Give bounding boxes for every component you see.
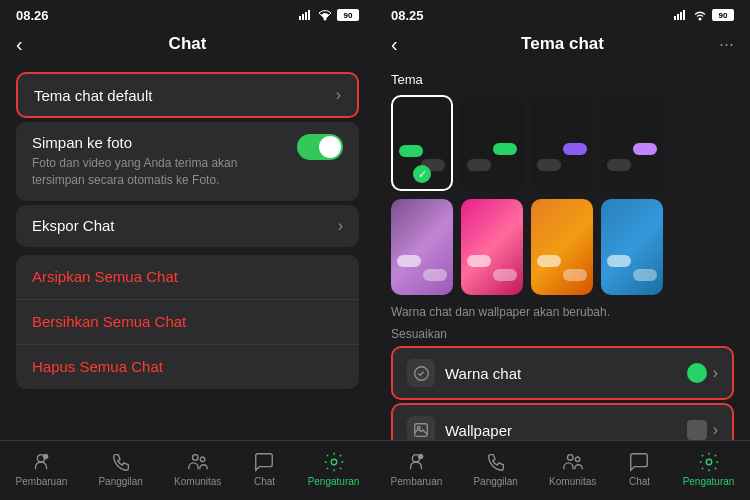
- warna-chat-item[interactable]: Warna chat ›: [391, 346, 734, 400]
- svg-point-4: [324, 18, 327, 21]
- bersihkan-label: Bersihkan Semua Chat: [32, 313, 186, 330]
- right-bottom-nav: Pembaruan Panggilan Komunitas: [375, 440, 750, 500]
- svg-point-19: [567, 455, 573, 461]
- right-nav-chat[interactable]: Chat: [627, 450, 651, 487]
- right-battery: 90: [712, 9, 734, 21]
- svg-point-9: [331, 459, 337, 465]
- tema-chat-default-chevron: ›: [336, 86, 341, 104]
- warna-chat-left: Warna chat: [407, 359, 521, 387]
- wp-blue[interactable]: [601, 199, 663, 295]
- right-updates-icon: [404, 450, 428, 474]
- right-nav-pembaruan[interactable]: Pembaruan: [391, 450, 443, 487]
- wallpaper-chevron: ›: [713, 421, 718, 439]
- wallpaper-left: Wallpaper: [407, 416, 512, 440]
- left-nav-komunitas[interactable]: Komunitas: [174, 450, 221, 487]
- svg-rect-12: [680, 12, 682, 20]
- left-nav-panggilan-label: Panggilan: [98, 476, 142, 487]
- danger-section: Arsipkan Semua Chat Bersihkan Semua Chat…: [16, 255, 359, 389]
- left-page-title: Chat: [169, 34, 207, 54]
- theme-purple[interactable]: [531, 95, 593, 191]
- warna-chat-color-dot: [687, 363, 707, 383]
- theme-grid-row1: ✓: [375, 91, 750, 199]
- signal-icon: [299, 10, 313, 20]
- svg-point-20: [575, 457, 580, 462]
- tema-chat-default-item[interactable]: Tema chat default ›: [16, 72, 359, 118]
- theme-yellow[interactable]: [601, 95, 663, 191]
- arsipkan-label: Arsipkan Semua Chat: [32, 268, 178, 285]
- left-content: Tema chat default › Simpan ke foto Foto …: [0, 60, 375, 440]
- right-nav-chat-label: Chat: [629, 476, 650, 487]
- customize-label: Sesuaikan: [375, 323, 750, 343]
- bersihkan-item[interactable]: Bersihkan Semua Chat: [16, 300, 359, 345]
- right-content: Tema ✓: [375, 60, 750, 440]
- hapus-item[interactable]: Hapus Semua Chat: [16, 345, 359, 389]
- wallpaper-icon: [407, 416, 435, 440]
- theme-default[interactable]: ✓: [391, 95, 453, 191]
- left-nav-chat-label: Chat: [254, 476, 275, 487]
- right-nav-komunitas-label: Komunitas: [549, 476, 596, 487]
- right-phone-screen: 08.25 90 ‹ Tema chat ··· Tema: [375, 0, 750, 500]
- right-nav-pengaturan[interactable]: Pengaturan: [683, 450, 735, 487]
- left-status-icons: 90: [299, 9, 359, 21]
- right-status-icons: 90: [674, 9, 734, 21]
- svg-rect-11: [677, 14, 679, 20]
- right-community-icon: [561, 450, 585, 474]
- more-button[interactable]: ···: [719, 34, 734, 55]
- left-nav-pengaturan[interactable]: Pengaturan: [308, 450, 360, 487]
- svg-point-7: [192, 455, 198, 461]
- svg-rect-2: [305, 12, 307, 20]
- tema-label: Tema: [375, 68, 750, 91]
- svg-rect-13: [683, 10, 685, 20]
- right-page-title: Tema chat: [521, 34, 604, 54]
- info-text: Warna chat dan wallpaper akan berubah.: [375, 303, 750, 323]
- simpan-foto-row: Simpan ke foto Foto dan video yang Anda …: [16, 122, 359, 201]
- right-signal-icon: [674, 10, 688, 20]
- settings-icon: [322, 450, 346, 474]
- theme-green[interactable]: [461, 95, 523, 191]
- wp-purple[interactable]: [391, 199, 453, 295]
- theme-default-check: ✓: [413, 165, 431, 183]
- right-back-button[interactable]: ‹: [391, 33, 398, 56]
- wifi-icon: [317, 9, 333, 21]
- svg-point-21: [706, 459, 712, 465]
- left-bottom-nav: Pembaruan Panggilan Komunitas: [0, 440, 375, 500]
- left-nav-panggilan[interactable]: Panggilan: [98, 450, 142, 487]
- right-nav-header: ‹ Tema chat ···: [375, 28, 750, 60]
- simpan-foto-text: Simpan ke foto Foto dan video yang Anda …: [32, 134, 289, 189]
- svg-point-6: [43, 454, 49, 460]
- svg-rect-3: [308, 10, 310, 20]
- arsipkan-item[interactable]: Arsipkan Semua Chat: [16, 255, 359, 300]
- left-status-bar: 08.26 90: [0, 0, 375, 28]
- svg-rect-1: [302, 14, 304, 20]
- right-nav-pembaruan-label: Pembaruan: [391, 476, 443, 487]
- wp-pink[interactable]: [461, 199, 523, 295]
- svg-point-18: [418, 454, 424, 460]
- svg-rect-10: [674, 16, 676, 20]
- wp-orange[interactable]: [531, 199, 593, 295]
- simpan-foto-desc: Foto dan video yang Anda terima akan ter…: [32, 155, 289, 189]
- warna-chat-chevron: ›: [713, 364, 718, 382]
- right-nav-panggilan[interactable]: Panggilan: [473, 450, 517, 487]
- wallpaper-item[interactable]: Wallpaper ›: [391, 403, 734, 440]
- community-icon: [186, 450, 210, 474]
- right-nav-komunitas[interactable]: Komunitas: [549, 450, 596, 487]
- svg-rect-0: [299, 16, 301, 20]
- simpan-foto-title: Simpan ke foto: [32, 134, 289, 151]
- hapus-label: Hapus Semua Chat: [32, 358, 163, 375]
- chat-icon: [252, 450, 276, 474]
- tema-chat-default-label: Tema chat default: [34, 87, 152, 104]
- left-nav-pembaruan[interactable]: Pembaruan: [16, 450, 68, 487]
- wallpaper-thumb: [687, 420, 707, 440]
- left-back-button[interactable]: ‹: [16, 33, 23, 56]
- svg-point-8: [200, 457, 205, 462]
- right-status-bar: 08.25 90: [375, 0, 750, 28]
- right-settings-icon: [697, 450, 721, 474]
- right-nav-pengaturan-label: Pengaturan: [683, 476, 735, 487]
- left-nav-chat[interactable]: Chat: [252, 450, 276, 487]
- wallpaper-right: ›: [687, 420, 718, 440]
- simpan-foto-toggle[interactable]: [297, 134, 343, 160]
- updates-icon: [29, 450, 53, 474]
- svg-point-14: [699, 18, 702, 21]
- left-status-time: 08.26: [16, 8, 49, 23]
- ekspor-chat-item[interactable]: Ekspor Chat ›: [16, 205, 359, 247]
